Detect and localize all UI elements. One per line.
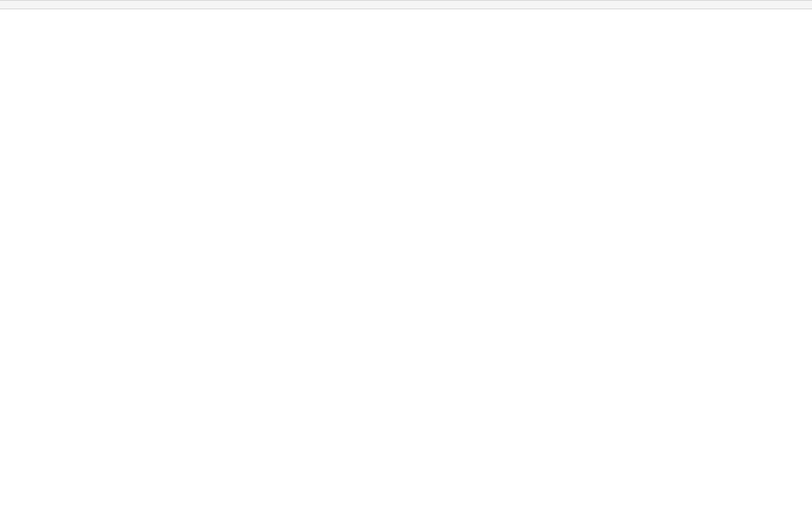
panel-divider [0, 0, 812, 9]
